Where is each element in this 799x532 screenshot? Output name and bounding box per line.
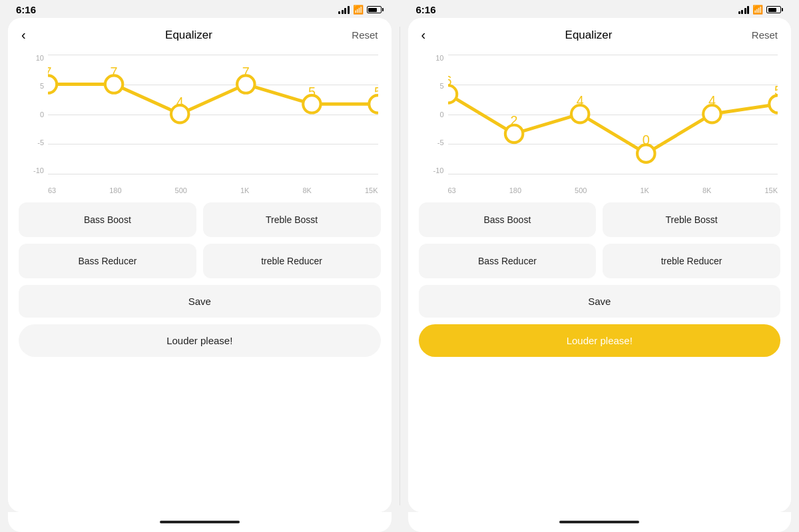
svg-point-18[interactable] [448, 85, 457, 103]
svg-point-7[interactable] [105, 75, 123, 93]
right-eq-chart: 10 5 0 -5 -10 [408, 49, 792, 194]
svg-point-11[interactable] [369, 95, 378, 113]
right-status-bar: 6:16 📶 [400, 0, 800, 18]
svg-point-22[interactable] [703, 105, 720, 123]
left-signal-icon [338, 6, 350, 14]
right-nav-title: Equalizer [565, 29, 613, 42]
svg-point-9[interactable] [237, 75, 254, 93]
right-phone: 6:16 📶 ‹ [400, 0, 800, 532]
right-eq-x-labels: 63 180 500 1K 8K 15K [448, 186, 778, 194]
left-louder-button[interactable]: Louder please! [19, 324, 381, 357]
right-louder-button[interactable]: Louder please! [419, 324, 781, 357]
left-eq-svg: 7 7 4 7 5 5 [48, 55, 378, 252]
left-save-button[interactable]: Save [19, 285, 381, 318]
left-phone: 6:16 📶 ‹ [0, 0, 400, 532]
right-phone-content: ‹ Equalizer Reset 10 5 0 -5 -10 [408, 18, 792, 512]
left-back-button[interactable]: ‹ [21, 27, 26, 43]
right-home-indicator [408, 512, 792, 532]
left-status-icons: 📶 [338, 5, 384, 15]
left-home-bar [160, 521, 240, 523]
left-home-indicator [8, 512, 392, 532]
left-battery-icon [367, 6, 384, 13]
svg-point-6[interactable] [48, 75, 57, 93]
svg-point-20[interactable] [571, 105, 588, 123]
right-time: 6:16 [416, 4, 436, 15]
svg-point-21[interactable] [637, 144, 655, 162]
left-time: 6:16 [16, 4, 36, 15]
left-phone-content: ‹ Equalizer Reset 10 5 0 -5 -10 [8, 18, 392, 512]
left-reset-button[interactable]: Reset [352, 29, 378, 41]
left-nav-title: Equalizer [165, 29, 212, 42]
right-eq-svg: 6 2 4 0 4 5 [448, 55, 778, 252]
svg-point-8[interactable] [171, 105, 188, 123]
left-eq-chart: 10 5 0 -5 -10 [8, 49, 392, 194]
svg-point-19[interactable] [505, 125, 522, 142]
right-eq-y-labels: 10 5 0 -5 -10 [421, 55, 447, 174]
right-status-icons: 📶 [738, 5, 784, 15]
right-nav-bar: ‹ Equalizer Reset [408, 18, 792, 49]
right-save-button[interactable]: Save [419, 285, 781, 318]
right-home-bar [559, 521, 639, 523]
right-signal-icon [738, 6, 750, 14]
svg-point-23[interactable] [769, 95, 778, 113]
right-reset-button[interactable]: Reset [752, 29, 778, 41]
svg-point-10[interactable] [303, 95, 320, 113]
left-status-bar: 6:16 📶 [0, 0, 400, 18]
right-wifi-icon: 📶 [752, 5, 763, 15]
left-eq-y-labels: 10 5 0 -5 -10 [21, 55, 47, 174]
right-battery-icon [766, 6, 783, 13]
left-wifi-icon: 📶 [353, 5, 364, 15]
left-nav-bar: ‹ Equalizer Reset [8, 18, 392, 49]
left-eq-x-labels: 63 180 500 1K 8K 15K [48, 186, 378, 194]
right-back-button[interactable]: ‹ [421, 27, 426, 43]
